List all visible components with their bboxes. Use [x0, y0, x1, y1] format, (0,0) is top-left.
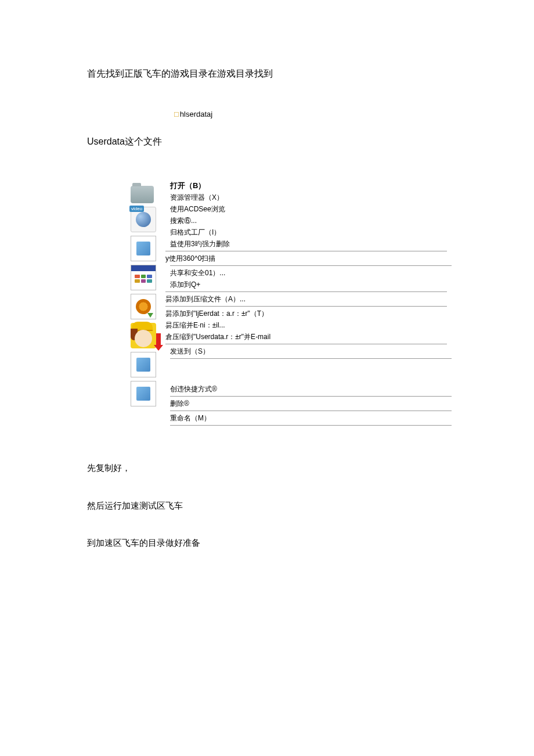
userdata-suffix: 这个文件: [125, 136, 162, 146]
context-menu: 打开（B） 资源管理器（X） 使用ACDSee浏览 搜索⑥... 归格式工厂（I…: [160, 180, 447, 427]
menu-add-qplus[interactable]: 添加到Q+: [165, 279, 447, 290]
menu-separator: [170, 396, 452, 397]
menu-separator: [165, 344, 447, 344]
menu-acdsee[interactable]: 使用ACDSee浏览: [165, 203, 447, 215]
menu-delete[interactable]: 删除®: [165, 398, 447, 409]
folder-icon: [131, 186, 160, 203]
video-tag-label: video: [129, 206, 144, 212]
menu-search[interactable]: 搜索⑥...: [165, 215, 447, 226]
page-file-icon: [131, 236, 156, 261]
menu-open[interactable]: 打开（B）: [165, 180, 447, 192]
menu-add-archive[interactable]: 昙添加到压缩文件（A）...: [165, 293, 447, 305]
checkbox-icon: □: [174, 110, 179, 118]
settings-file-icon: [131, 294, 156, 319]
red-arrow-icon: [156, 333, 161, 346]
menu-360-delete[interactable]: 益使用3旳强力删除: [165, 238, 447, 250]
paragraph-2: 先复制好，: [87, 462, 447, 475]
page-file-icon-2: [131, 352, 156, 377]
paragraph-3: 然后运行加速测试区飞车: [87, 499, 447, 513]
userdata-filename: Userdata: [87, 136, 125, 146]
menu-create-shortcut[interactable]: 创违快捷方式®: [165, 383, 447, 395]
menu-360-scan[interactable]: y使用360^0扫描: [165, 253, 447, 264]
paragraph-4: 到加速区飞车的目录做好准备: [87, 537, 447, 550]
folder-label-text: hlserdataj: [180, 110, 212, 118]
menu-format-factory[interactable]: 归格式工厂（I）: [165, 226, 447, 238]
menu-separator: [170, 358, 452, 359]
menu-separator: [165, 291, 447, 292]
context-menu-screenshot: video 打开（B） 资源管理器（X）: [131, 180, 447, 427]
avatar-icon: [131, 323, 156, 348]
grid-file-icon: [131, 265, 156, 290]
folder-label-line: □hlserdataj: [174, 110, 447, 118]
icon-column: video: [131, 180, 160, 427]
video-file-icon: video: [131, 207, 156, 232]
paragraph-1: 首先找到正版飞车的游戏目录在游戏目录找到: [87, 67, 447, 81]
menu-separator: [165, 251, 447, 251]
menu-separator: [170, 425, 452, 426]
menu-add-archive-named[interactable]: 昙添加到"ljEerdat：a.r：±r"（T）: [165, 308, 447, 319]
menu-rename[interactable]: 重命名（M）: [165, 412, 447, 424]
menu-explorer[interactable]: 资源管理器（X）: [165, 192, 447, 203]
page-file-icon-3: [131, 381, 156, 406]
menu-compress-email[interactable]: 昙压缩并E·ni：±il...: [165, 319, 447, 331]
menu-send-to[interactable]: 发送到（S）: [165, 345, 447, 357]
menu-compress-userdata-email[interactable]: 倉压缩到"Userdata.r：±r"并E-mail: [165, 331, 447, 343]
menu-separator: [165, 306, 447, 307]
menu-separator: [170, 411, 452, 411]
userdata-line: Userdata这个文件: [87, 136, 447, 148]
menu-share-security[interactable]: 共享和安全01）...: [165, 267, 447, 279]
menu-separator: [170, 265, 452, 266]
